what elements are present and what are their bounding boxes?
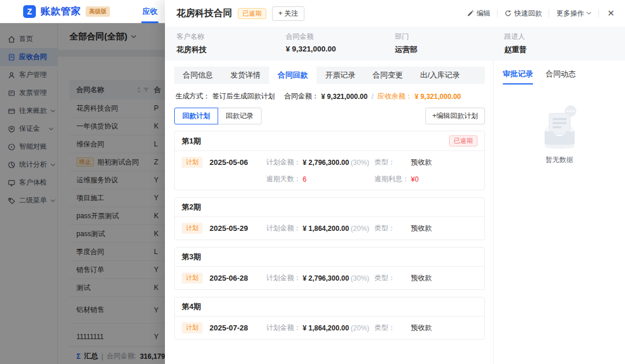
period-title: 第4期 bbox=[182, 302, 201, 312]
toggle-payment-plan[interactable]: 回款计划 bbox=[174, 108, 218, 124]
info-department: 部门 运营部 bbox=[395, 32, 505, 55]
overdue-status-badge: 已逾期 bbox=[238, 8, 266, 19]
divider bbox=[549, 9, 549, 17]
contract-info-bar: 客户名称 花房科技 合同金额 ¥ 9,321,000.00 部门 运营部 跟进人… bbox=[165, 27, 625, 61]
app-brand-name: 账款管家 bbox=[41, 5, 81, 18]
plan-amount: ¥ 2,796,300.00 bbox=[303, 159, 349, 167]
empty-state: 暂无数据 bbox=[503, 104, 616, 165]
drawer-side-panel: 审批记录 合同动态 暂无数据 bbox=[493, 61, 625, 364]
follow-button[interactable]: + 关注 bbox=[272, 6, 304, 21]
tab-contract-info[interactable]: 合同信息 bbox=[174, 67, 222, 84]
plan-tag: 计划 bbox=[182, 157, 203, 168]
pencil-icon bbox=[467, 10, 474, 17]
edit-button[interactable]: 编辑 bbox=[467, 9, 490, 19]
toggle-payment-records[interactable]: 回款记录 bbox=[218, 108, 262, 124]
plan-tier-badge: 高级版 bbox=[86, 6, 110, 17]
payment-period-card: 第1期 已逾期 计划 2025-05-06 计划金额：¥ 2,796,300.0… bbox=[174, 131, 485, 190]
payment-period-card: 第2期 计划 2025-05-29 计划金额：¥ 1,864,200.00(20… bbox=[174, 197, 485, 240]
payment-type: 预收款 bbox=[411, 273, 432, 283]
payment-view-toggle: 回款计划 回款记录 bbox=[174, 108, 262, 124]
empty-inbox-illustration bbox=[532, 104, 587, 150]
info-follower: 跟进人 赵重普 bbox=[504, 32, 613, 55]
receivable-balance-value: ¥ 9,321,000.00 bbox=[414, 93, 461, 101]
period-title: 第1期 bbox=[182, 136, 201, 146]
contract-title: 花房科技合同 bbox=[177, 8, 232, 20]
top-nav-receivable[interactable]: 应收 bbox=[134, 0, 166, 23]
close-icon[interactable]: ✕ bbox=[606, 8, 616, 19]
payment-type: 预收款 bbox=[411, 157, 432, 167]
more-actions-button[interactable]: 更多操作 bbox=[556, 9, 591, 19]
period-overdue-badge: 已逾期 bbox=[449, 135, 477, 146]
divider bbox=[497, 9, 498, 17]
period-title: 第3期 bbox=[182, 252, 201, 262]
period-date: 2025-05-29 bbox=[209, 224, 266, 233]
quick-payment-button[interactable]: 快速回款 bbox=[505, 9, 542, 19]
contract-detail-drawer: 花房科技合同 已逾期 + 关注 编辑 快速回款 更多操作 ✕ 客户名称 bbox=[165, 0, 625, 364]
payment-period-card: 第4期 计划 2025-07-28 计划金额：¥ 1,864,200.00(20… bbox=[174, 297, 485, 340]
payment-type: 预收款 bbox=[411, 223, 432, 233]
empty-state-text: 暂无数据 bbox=[546, 155, 573, 165]
plan-tag: 计划 bbox=[182, 322, 203, 333]
plan-amount: ¥ 1,864,200.00 bbox=[303, 225, 349, 233]
drawer-main: 合同信息 发货详情 合同回款 开票记录 合同变更 出/入库记录 生成方式： 签订… bbox=[165, 61, 493, 364]
overdue-days-value: 6 bbox=[303, 175, 307, 183]
period-date: 2025-07-28 bbox=[209, 323, 266, 332]
divider bbox=[598, 9, 599, 17]
tab-approval-records[interactable]: 审批记录 bbox=[503, 69, 533, 84]
period-date: 2025-06-28 bbox=[209, 274, 266, 282]
tab-invoice-records[interactable]: 开票记录 bbox=[317, 67, 364, 84]
info-amount: 合同金额 ¥ 9,321,000.00 bbox=[286, 32, 395, 55]
refresh-icon bbox=[505, 10, 512, 17]
side-panel-tabs: 审批记录 合同动态 bbox=[503, 69, 616, 84]
app-logo: Z bbox=[23, 5, 36, 18]
payment-type: 预收款 bbox=[411, 323, 432, 333]
period-date: 2025-05-06 bbox=[209, 158, 266, 167]
plan-tag: 计划 bbox=[182, 223, 203, 234]
plan-amount: ¥ 2,796,300.00 bbox=[303, 274, 349, 282]
tab-contract-changes[interactable]: 合同变更 bbox=[364, 67, 411, 84]
detail-tabs: 合同信息 发货详情 合同回款 开票记录 合同变更 出/入库记录 bbox=[174, 67, 485, 84]
tab-shipping-detail[interactable]: 发货详情 bbox=[222, 67, 269, 84]
chevron-down-icon bbox=[586, 12, 591, 15]
payment-summary-line: 生成方式： 签订后生成回款计划 合同金额： ¥ 9,321,000.00 / 应… bbox=[175, 91, 484, 101]
drawer-mask[interactable] bbox=[0, 23, 165, 364]
payment-period-card: 第3期 计划 2025-06-28 计划金额：¥ 2,796,300.00(30… bbox=[174, 247, 485, 290]
drawer-header: 花房科技合同 已逾期 + 关注 编辑 快速回款 更多操作 ✕ bbox=[165, 0, 625, 27]
plan-amount: ¥ 1,864,200.00 bbox=[303, 324, 349, 332]
period-title: 第2期 bbox=[182, 202, 201, 212]
overdue-interest-value: ¥0 bbox=[411, 175, 418, 183]
tab-inout-records[interactable]: 出/入库记录 bbox=[411, 67, 469, 84]
edit-payment-plan-button[interactable]: +编辑回款计划 bbox=[425, 108, 485, 124]
info-customer: 客户名称 花房科技 bbox=[177, 32, 286, 55]
contract-amount-value: ¥ 9,321,000.00 bbox=[321, 93, 367, 101]
plan-tag: 计划 bbox=[182, 273, 203, 284]
tab-contract-payment[interactable]: 合同回款 bbox=[269, 67, 317, 84]
tab-contract-activity[interactable]: 合同动态 bbox=[546, 69, 576, 84]
